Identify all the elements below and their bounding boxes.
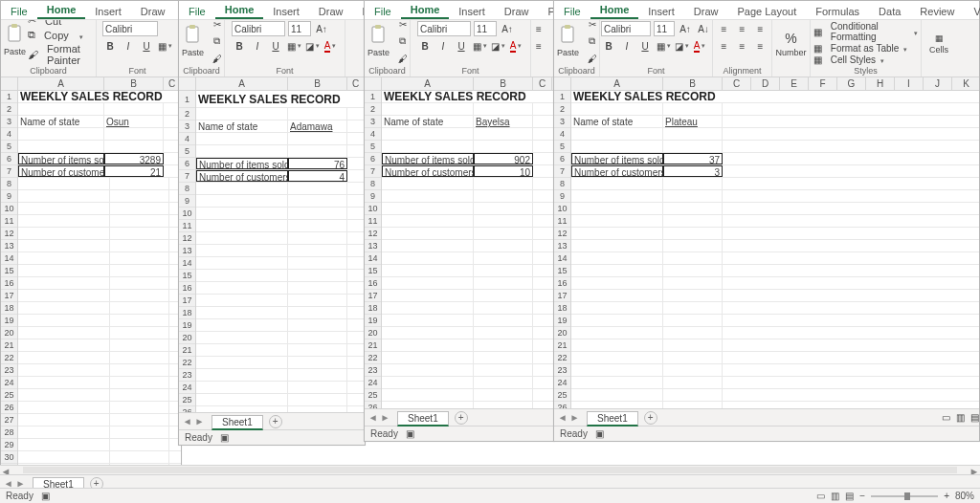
italic-button[interactable]: I: [435, 38, 451, 54]
select-all[interactable]: [365, 77, 382, 90]
underline-button[interactable]: U: [139, 38, 154, 54]
row-header[interactable]: 29: [1, 439, 17, 451]
col-D[interactable]: D: [751, 77, 780, 90]
macro-rec-icon[interactable]: ▣: [595, 428, 604, 439]
tab-pagelayout[interactable]: Page Layout: [727, 3, 806, 19]
row-header[interactable]: 14: [554, 252, 570, 265]
col-C[interactable]: C: [347, 77, 365, 90]
paste-button[interactable]: Paste: [179, 21, 208, 61]
add-sheet-button[interactable]: +: [644, 411, 657, 425]
underline-button[interactable]: U: [268, 38, 283, 54]
border-button[interactable]: ▦: [656, 38, 671, 54]
col-A[interactable]: A: [196, 77, 288, 90]
copy-button[interactable]: ⧉: [585, 33, 600, 49]
row-header[interactable]: 2: [179, 108, 195, 120]
tab-formulas[interactable]: Formulas: [806, 3, 869, 19]
row-header[interactable]: 17: [365, 290, 381, 302]
row-header[interactable]: 4: [179, 133, 195, 145]
copy-button[interactable]: ⧉: [210, 33, 225, 49]
select-all[interactable]: [179, 77, 196, 90]
view-pagebreak-icon[interactable]: ▤: [845, 491, 854, 501]
row-header[interactable]: 20: [179, 332, 195, 344]
row-header[interactable]: 19: [365, 315, 381, 327]
grow-font[interactable]: A↑: [678, 21, 693, 36]
row-header[interactable]: 20: [554, 327, 570, 339]
align-top[interactable]: ≡: [717, 21, 732, 36]
cells-button[interactable]: ▦ Cells: [924, 24, 953, 64]
row-header[interactable]: 2: [554, 103, 570, 116]
row-header[interactable]: 11: [554, 215, 570, 228]
row-header[interactable]: 16: [179, 282, 195, 295]
row-header[interactable]: 1: [554, 91, 570, 103]
font-size-select[interactable]: 11: [288, 21, 311, 36]
view-pagelayout-icon[interactable]: ▥: [956, 412, 965, 423]
row-header[interactable]: 12: [554, 228, 570, 240]
tab-home[interactable]: Home: [215, 1, 264, 19]
macro-rec-icon[interactable]: ▣: [41, 491, 50, 501]
row-header[interactable]: 3: [554, 116, 570, 128]
row-header[interactable]: 28: [1, 426, 17, 439]
sheet-tab-1[interactable]: Sheet1: [212, 415, 263, 430]
tab-file[interactable]: File: [554, 3, 590, 19]
paste-button[interactable]: Paste: [4, 20, 26, 60]
row-header[interactable]: 12: [365, 228, 381, 240]
format-painter-button[interactable]: 🖌: [585, 51, 600, 66]
view-pagelayout-icon[interactable]: ▥: [831, 491, 839, 501]
align-mid[interactable]: ≡: [735, 21, 750, 36]
row-header[interactable]: 3: [365, 116, 381, 128]
cell-styles-button[interactable]: ▦ Cell Styles: [813, 55, 884, 65]
copy-button[interactable]: ⧉: [395, 33, 411, 49]
row-header[interactable]: 21: [554, 339, 570, 352]
font-size-select[interactable]: 11: [654, 21, 675, 36]
col-C[interactable]: C: [723, 77, 751, 90]
row-header[interactable]: 25: [365, 389, 381, 402]
row-header[interactable]: 7: [179, 170, 195, 183]
row-header[interactable]: 8: [554, 178, 570, 190]
col-B[interactable]: B: [663, 77, 723, 90]
cond-fmt-button[interactable]: ▦ Conditional Formatting: [813, 21, 918, 42]
row-header[interactable]: 5: [554, 141, 570, 153]
sheet-tab-1[interactable]: Sheet1: [397, 411, 449, 426]
tab-file[interactable]: File: [1, 3, 37, 19]
row-header[interactable]: 23: [554, 364, 570, 377]
view-normal-icon[interactable]: ▭: [816, 491, 825, 501]
tab-draw[interactable]: Draw: [495, 3, 539, 19]
align-bot[interactable]: ≡: [753, 21, 768, 36]
italic-button[interactable]: I: [619, 38, 635, 54]
shrink-font[interactable]: A↓: [696, 21, 711, 36]
row-header[interactable]: 17: [554, 290, 570, 302]
row-header[interactable]: 9: [1, 190, 17, 203]
tab-draw[interactable]: Draw: [309, 3, 353, 19]
row-header[interactable]: 9: [365, 190, 381, 203]
row-header[interactable]: 23: [1, 364, 17, 377]
row-header[interactable]: 30: [1, 451, 17, 464]
font-size-select[interactable]: 11: [474, 21, 497, 36]
row-header[interactable]: 24: [554, 377, 570, 389]
row-header[interactable]: 21: [179, 344, 195, 357]
row-header[interactable]: 7: [554, 165, 570, 178]
row-header[interactable]: 22: [365, 352, 381, 364]
row-header[interactable]: 5: [179, 145, 195, 158]
sheet-nav[interactable]: ◄ ►: [554, 412, 583, 423]
row-header[interactable]: 24: [179, 382, 195, 394]
row-header[interactable]: 22: [179, 357, 195, 369]
italic-button[interactable]: I: [250, 38, 265, 54]
col-C[interactable]: C: [533, 77, 552, 90]
row-header[interactable]: 8: [179, 183, 195, 195]
number-format-button[interactable]: % Number: [777, 24, 806, 64]
row-header[interactable]: 9: [554, 190, 570, 203]
tab-home[interactable]: Home: [590, 1, 639, 19]
col-A[interactable]: A: [382, 77, 474, 90]
row-header[interactable]: 24: [365, 377, 381, 389]
zoom-value[interactable]: 80%: [955, 491, 974, 501]
hscrollbar[interactable]: ◄ ►: [0, 465, 980, 474]
row-header[interactable]: 13: [1, 240, 17, 252]
row-header[interactable]: 1: [179, 91, 195, 108]
add-sheet-button[interactable]: +: [269, 415, 282, 428]
tab-file[interactable]: File: [179, 3, 215, 19]
fill-color-button[interactable]: ◪: [674, 38, 689, 54]
row-header[interactable]: 19: [554, 315, 570, 327]
col-B[interactable]: B: [288, 77, 347, 90]
row-header[interactable]: 13: [554, 240, 570, 252]
fill-color-button[interactable]: ◪: [304, 38, 320, 54]
